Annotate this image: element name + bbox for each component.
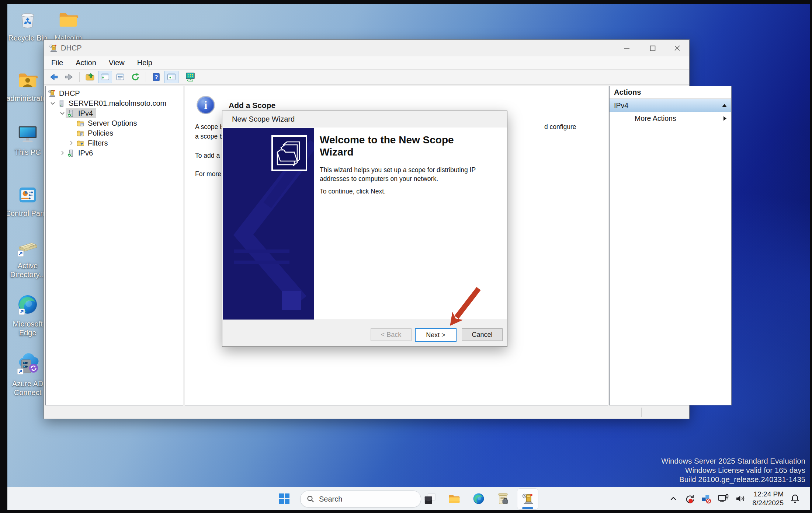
annotation-arrow	[431, 286, 494, 337]
tree-item-ipv4[interactable]: IPv4	[46, 108, 183, 118]
maximize-button[interactable]	[642, 40, 663, 56]
actions-group-ipv4[interactable]: IPv4	[610, 99, 731, 112]
wizard-banner-panel	[223, 128, 314, 320]
file-explorer-button[interactable]	[444, 488, 465, 509]
system-tray: 12:24 PM 8/24/2025	[669, 487, 810, 510]
tree-label[interactable]: Filters	[88, 139, 108, 147]
file-explorer-icon	[448, 492, 461, 505]
monitor-console-icon	[185, 72, 195, 82]
toolbar-separator	[79, 72, 80, 82]
minimize-icon	[624, 45, 630, 51]
window-titlebar[interactable]: DHCP	[44, 40, 689, 56]
tree-item-server-options[interactable]: Server Options	[46, 118, 183, 128]
close-button[interactable]	[666, 40, 688, 56]
export-list-button[interactable]	[83, 71, 97, 83]
minimize-button[interactable]	[616, 40, 638, 56]
tree-label[interactable]: IPv4	[78, 109, 93, 118]
chevron-collapsed-icon[interactable]	[68, 140, 74, 146]
filters-folder-icon	[77, 139, 84, 147]
menu-view[interactable]: View	[109, 59, 125, 67]
desktop-label: This PC	[14, 148, 41, 157]
statusbar-separator	[641, 408, 642, 417]
more-actions-item[interactable]: More Actions	[610, 112, 731, 125]
folder-icon	[57, 8, 80, 31]
results-text-fragment: A scope is	[195, 123, 225, 131]
wizard-titlebar[interactable]: New Scope Wizard	[222, 111, 507, 128]
show-console-tree-button[interactable]	[98, 71, 112, 83]
forward-button[interactable]	[62, 71, 76, 83]
menu-action[interactable]: Action	[76, 59, 96, 67]
show-action-pane-button[interactable]	[164, 71, 178, 83]
network-sync-icon[interactable]	[701, 493, 711, 504]
recycle-bin-icon	[16, 8, 39, 31]
taskbar: Search	[7, 487, 810, 510]
window-statusbar	[44, 406, 689, 419]
ethernet-icon[interactable]	[718, 493, 729, 504]
notifications-bell-icon[interactable]	[790, 493, 800, 504]
volume-icon[interactable]	[735, 493, 746, 504]
task-view-button[interactable]	[420, 488, 440, 509]
expand-triangle-icon[interactable]	[723, 116, 727, 121]
desktop-icon-malcolm[interactable]: Malcolm	[46, 8, 91, 42]
desktop-label: administrator	[7, 94, 49, 103]
control-panel-icon	[16, 184, 39, 206]
console-tree-icon	[100, 72, 110, 82]
tree-label[interactable]: Server Options	[88, 119, 137, 128]
actions-group-label: IPv4	[614, 101, 628, 110]
chevron-collapsed-icon[interactable]	[59, 150, 66, 156]
tree-label[interactable]: SERVER01.malcolmsoto.com	[69, 99, 166, 108]
results-text-fragment: For more i	[195, 170, 225, 178]
wizard-heading: Welcome to the New Scope Wizard	[320, 134, 478, 158]
refresh-icon	[131, 72, 140, 82]
tree-item-server[interactable]: SERVER01.malcolmsoto.com	[46, 98, 183, 108]
menu-file[interactable]: File	[51, 59, 63, 67]
taskbar-clock[interactable]: 12:24 PM 8/24/2025	[752, 490, 784, 507]
tree-item-dhcp-root[interactable]: DHCP	[46, 88, 183, 98]
collapse-triangle-icon[interactable]	[722, 104, 727, 107]
edge-button[interactable]	[468, 488, 489, 509]
edge-icon	[472, 492, 485, 505]
more-actions-label: More Actions	[635, 114, 676, 123]
back-button[interactable]: < Back	[371, 328, 412, 341]
help-button[interactable]: ?	[149, 71, 163, 83]
properties-button[interactable]	[113, 71, 127, 83]
clock-date: 8/24/2025	[752, 499, 784, 507]
tree-item-filters[interactable]: Filters	[46, 138, 183, 148]
refresh-button[interactable]	[128, 71, 142, 83]
azure-ad-connect-icon	[14, 351, 41, 377]
user-folder-icon	[16, 69, 39, 91]
eval-watermark: Windows Server 2025 Standard Evaluation …	[661, 456, 805, 484]
folder-up-icon	[85, 72, 95, 82]
actions-header: Actions	[610, 86, 731, 99]
back-button[interactable]	[47, 71, 61, 83]
watermark-line1: Windows Server 2025 Standard Evaluation	[661, 456, 805, 465]
update-pending-icon[interactable]	[684, 493, 695, 504]
tree-item-policies[interactable]: Policies	[46, 128, 183, 138]
info-icon: i	[197, 96, 215, 114]
server-check-icon	[67, 149, 75, 157]
wizard-banner-art	[223, 128, 314, 320]
dhcp-taskbar-button[interactable]	[517, 488, 538, 510]
scroll-tools-icon	[497, 492, 509, 505]
tree-label[interactable]: DHCP	[59, 89, 80, 98]
tree-item-ipv6[interactable]: IPv6	[46, 148, 183, 158]
task-view-icon	[424, 492, 436, 505]
active-app-indicator	[522, 507, 533, 509]
tree-label[interactable]: IPv6	[78, 149, 93, 157]
maximize-icon	[650, 45, 656, 51]
taskbar-search[interactable]: Search	[300, 491, 421, 507]
desktop-icon-recycle-bin[interactable]: Recycle Bin	[7, 8, 50, 42]
chevron-expanded-icon[interactable]	[49, 100, 56, 107]
chevron-expanded-icon[interactable]	[59, 110, 66, 116]
window-title: DHCP	[61, 44, 82, 52]
dhcp-root-icon	[48, 90, 56, 97]
dhcp-console-button[interactable]	[183, 71, 197, 83]
tree-label[interactable]: Policies	[88, 129, 113, 137]
watermark-line2: Windows License valid for 165 days	[661, 465, 805, 475]
action-pane-icon	[167, 72, 176, 82]
server-manager-button[interactable]	[493, 488, 513, 509]
menu-help[interactable]: Help	[137, 59, 152, 67]
start-button[interactable]	[274, 488, 295, 509]
results-text-fragment: d configure	[544, 123, 576, 131]
tray-chevron-up-icon[interactable]	[669, 494, 678, 503]
